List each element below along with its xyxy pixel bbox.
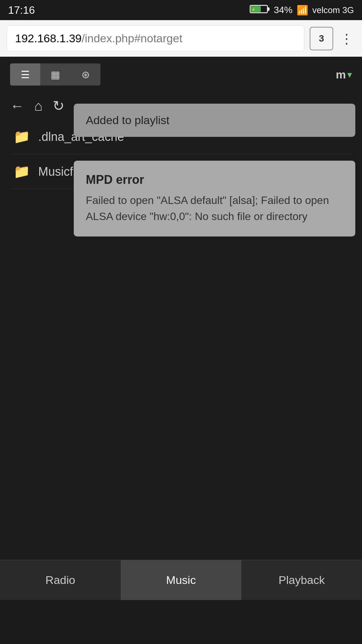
columns-icon: ▦ [51,69,60,80]
user-label: m [336,68,346,81]
address-path: /index.php#notarget [82,32,183,45]
nav-music[interactable]: Music [121,560,241,600]
back-button[interactable]: ← [10,98,24,114]
address-bar[interactable]: 192.168.1.39/index.php#notarget [7,25,304,51]
error-dialog: MPD error Failed to open "ALSA default" … [74,161,355,236]
user-menu[interactable]: m ▾ [336,68,352,81]
browser-chrome: 192.168.1.39/index.php#notarget 3 ⋮ [0,20,362,57]
view-toggle: ☰ ▦ ⊛ [10,63,101,86]
radio-label: Radio [46,574,75,587]
browser-menu-button[interactable]: ⋮ [339,27,355,50]
nav-radio[interactable]: Radio [0,560,121,600]
playback-label: Playback [279,574,325,587]
address-text: 192.168.1.39/index.php#notarget [15,32,182,45]
status-time: 17:16 [8,4,35,16]
error-title: MPD error [86,173,343,187]
home-button[interactable]: ⌂ [34,98,43,114]
refresh-button[interactable]: ↻ [53,98,64,114]
folder-icon-music: 📁 [13,164,30,179]
view-list-button[interactable]: ☰ [10,63,40,86]
error-body: Failed to open "ALSA default" [alsa]; Fa… [86,192,343,224]
chevron-down-icon: ▾ [347,69,352,80]
music-label: Music [166,574,196,587]
carrier-label: velcom 3G [312,5,354,15]
bottom-nav: Radio Music Playback [0,560,362,600]
list-icon: ☰ [21,69,30,80]
view-columns-button[interactable]: ▦ [40,63,70,86]
wifi-icon: 📶 [297,5,308,16]
nav-playback[interactable]: Playback [241,560,362,600]
toast-message: Added to playlist [86,114,170,126]
svg-text:⚡: ⚡ [251,7,256,12]
address-domain: 192.168.1.39 [15,32,82,45]
app-content: ☰ ▦ ⊛ m ▾ ← ⌂ ↻ ⌕ 📁 .dlna_art_cache 📁 Mu… [0,57,362,600]
toast-notification: Added to playlist [74,104,355,137]
svg-rect-2 [268,7,269,11]
tabs-button[interactable]: 3 [310,27,333,50]
view-grid-button[interactable]: ⊛ [70,63,101,86]
battery-icon: ⚡ [250,4,270,16]
menu-dots-icon: ⋮ [340,31,354,46]
grid-icon: ⊛ [81,69,90,80]
folder-icon: 📁 [13,129,30,145]
tabs-count: 3 [319,33,324,44]
battery-percent: 34% [274,5,293,15]
status-bar: 17:16 ⚡ 34% 📶 velcom 3G [0,0,362,20]
status-icons: ⚡ 34% 📶 velcom 3G [250,4,354,16]
toolbar: ☰ ▦ ⊛ m ▾ [0,57,362,92]
